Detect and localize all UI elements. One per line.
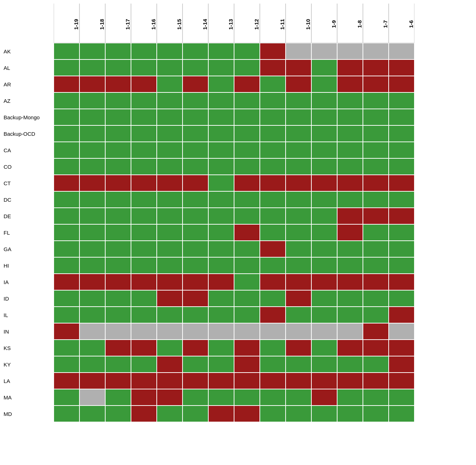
column-headers: 1-191-181-171-161-151-141-131-121-111-10… [54, 4, 472, 43]
cell-AK-1-15 [157, 43, 183, 59]
cell-IL-1-6 [389, 307, 414, 323]
cell-DE-1-8 [337, 208, 363, 224]
cell-AK-1-8 [337, 43, 363, 59]
table-row: IA [4, 274, 472, 290]
cell-IA-1-8 [337, 274, 363, 290]
cell-ID-1-17 [105, 290, 131, 307]
cell-ID-1-7 [363, 290, 389, 307]
cell-KY-1-11 [260, 356, 286, 373]
cell-GA-1-8 [337, 241, 363, 257]
cell-AR-1-16 [131, 76, 157, 92]
table-row: AL [4, 59, 472, 76]
row-label-IA: IA [4, 274, 54, 290]
cell-CA-1-17 [105, 142, 131, 158]
cell-AZ-1-14 [183, 92, 208, 109]
cell-DE-1-18 [79, 208, 105, 224]
cell-DE-1-7 [363, 208, 389, 224]
row-label-KY: KY [4, 356, 54, 373]
cell-AK-1-19 [54, 43, 79, 59]
cell-FL-1-12 [234, 224, 260, 241]
cell-KS-1-10 [286, 340, 311, 356]
cell-AZ-1-11 [260, 92, 286, 109]
cell-FL-1-15 [157, 224, 183, 241]
cell-IL-1-19 [54, 307, 79, 323]
cell-KY-1-9 [311, 356, 337, 373]
col-header-1-6: 1-6 [389, 4, 414, 43]
cell-CA-1-9 [311, 142, 337, 158]
cell-MA-1-8 [337, 389, 363, 406]
cell-GA-1-14 [183, 241, 208, 257]
cell-CO-1-13 [208, 158, 234, 175]
cell-Backup-Mongo-1-7 [363, 109, 389, 125]
cell-DE-1-13 [208, 208, 234, 224]
cell-MD-1-16 [131, 406, 157, 422]
col-header-1-18: 1-18 [79, 4, 105, 43]
cell-LA-1-17 [105, 373, 131, 389]
cell-LA-1-14 [183, 373, 208, 389]
row-label-AK: AK [4, 43, 54, 59]
cell-HI-1-18 [79, 257, 105, 274]
table-row: IN [4, 323, 472, 340]
cell-GA-1-7 [363, 241, 389, 257]
table-row: DE [4, 208, 472, 224]
cell-KS-1-16 [131, 340, 157, 356]
cell-MD-1-8 [337, 406, 363, 422]
cell-HI-1-16 [131, 257, 157, 274]
table-row: Backup-OCD [4, 125, 472, 142]
cell-GA-1-15 [157, 241, 183, 257]
cell-DE-1-6 [389, 208, 414, 224]
cell-IN-1-7 [363, 323, 389, 340]
cell-CT-1-11 [260, 175, 286, 191]
cell-AL-1-8 [337, 59, 363, 76]
row-label-FL: FL [4, 224, 54, 241]
cell-IA-1-14 [183, 274, 208, 290]
row-label-KS: KS [4, 340, 54, 356]
cell-CT-1-17 [105, 175, 131, 191]
cell-CT-1-13 [208, 175, 234, 191]
cell-MA-1-18 [79, 389, 105, 406]
cell-KY-1-16 [131, 356, 157, 373]
cell-KY-1-14 [183, 356, 208, 373]
cell-LA-1-10 [286, 373, 311, 389]
cell-KS-1-8 [337, 340, 363, 356]
cell-KS-1-6 [389, 340, 414, 356]
row-label-AL: AL [4, 59, 54, 76]
cell-AK-1-14 [183, 43, 208, 59]
row-label-CA: CA [4, 142, 54, 158]
cell-KS-1-11 [260, 340, 286, 356]
cell-IA-1-12 [234, 274, 260, 290]
cell-IL-1-10 [286, 307, 311, 323]
cell-KY-1-10 [286, 356, 311, 373]
cell-CT-1-14 [183, 175, 208, 191]
cell-ID-1-15 [157, 290, 183, 307]
row-label-IN: IN [4, 323, 54, 340]
cell-DC-1-17 [105, 191, 131, 208]
table-row: Backup-Mongo [4, 109, 472, 125]
cell-AR-1-13 [208, 76, 234, 92]
cell-CO-1-7 [363, 158, 389, 175]
table-row: ID [4, 290, 472, 307]
cell-CT-1-15 [157, 175, 183, 191]
cell-LA-1-7 [363, 373, 389, 389]
cell-AR-1-6 [389, 76, 414, 92]
table-row: CO [4, 158, 472, 175]
row-label-CO: CO [4, 158, 54, 175]
cell-IN-1-17 [105, 323, 131, 340]
cell-AR-1-12 [234, 76, 260, 92]
cell-KS-1-9 [311, 340, 337, 356]
cell-Backup-OCD-1-9 [311, 125, 337, 142]
cell-AL-1-11 [260, 59, 286, 76]
cell-ID-1-11 [260, 290, 286, 307]
col-header-1-14: 1-14 [183, 4, 208, 43]
cell-CO-1-9 [311, 158, 337, 175]
cell-Backup-OCD-1-17 [105, 125, 131, 142]
cell-IN-1-10 [286, 323, 311, 340]
cell-HI-1-12 [234, 257, 260, 274]
cell-CT-1-12 [234, 175, 260, 191]
cell-MD-1-11 [260, 406, 286, 422]
cell-IA-1-9 [311, 274, 337, 290]
cell-DC-1-7 [363, 191, 389, 208]
row-label-AZ: AZ [4, 92, 54, 109]
cell-HI-1-15 [157, 257, 183, 274]
cell-CT-1-16 [131, 175, 157, 191]
